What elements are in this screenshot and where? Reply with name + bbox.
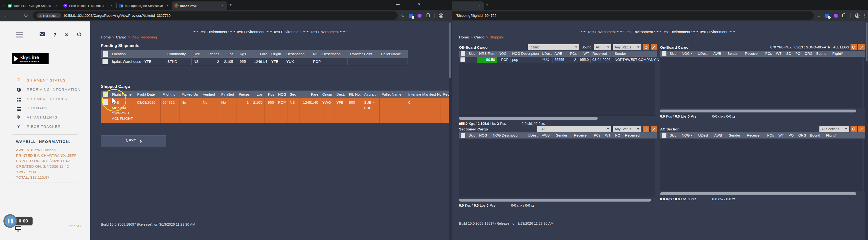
- column-header-po[interactable]: PO: [614, 132, 623, 138]
- table-scrollbar[interactable]: [862, 138, 864, 191]
- extensions-puzzle-icon[interactable]: [842, 14, 846, 17]
- column-header-fare[interactable]: Fare: [248, 50, 269, 58]
- refresh-button[interactable]: [850, 126, 857, 132]
- menu-kebab-icon[interactable]: [447, 14, 448, 18]
- column-header-udest[interactable]: UDest: [526, 132, 540, 138]
- column-header-udest[interactable]: UDest: [696, 51, 712, 57]
- table-scrollbar[interactable]: [862, 57, 864, 108]
- column-header-flight-id[interactable]: Flight Id: [160, 90, 180, 98]
- breadcrumb-home[interactable]: Home: [101, 35, 111, 39]
- section-select[interactable]: --All--: [537, 126, 611, 132]
- column-header-pieces[interactable]: Pieces: [237, 90, 251, 98]
- column-header-po[interactable]: PO: [794, 51, 803, 57]
- column-header-received[interactable]: Received: [591, 51, 613, 57]
- expand-button[interactable]: [651, 44, 657, 50]
- table-row[interactable]: 90:50POPpopYUX555552955.003-04-2026NORTH…: [459, 57, 657, 63]
- column-header-po[interactable]: PO: [787, 132, 797, 138]
- column-header-flight[interactable]: Flight#: [831, 51, 847, 57]
- table-scrollbar[interactable]: [654, 138, 657, 197]
- column-header-received[interactable]: Received: [623, 132, 644, 138]
- sidebar-item-shipment-status[interactable]: ? SHIPMENT STATUS: [0, 76, 90, 85]
- column-header-receiver[interactable]: Receiver: [745, 132, 766, 138]
- expand-button[interactable]: [651, 126, 657, 132]
- column-header-awb[interactable]: AWB: [712, 51, 726, 57]
- close-window-button[interactable]: ×: [418, 2, 420, 6]
- address-bar[interactable]: ⚠ Not secure 10.58.0.102:12023/Cargo/Rec…: [33, 11, 398, 20]
- menu-kebab-icon[interactable]: [864, 14, 865, 18]
- tab-google-sheets[interactable]: Task List - Google Sheets ×: [5, 1, 61, 10]
- column-header-nog[interactable]: NOG: [477, 132, 491, 138]
- table-row[interactable]: YFBMBK900YWG-YFBACL FLIGHT03/09/20266047…: [101, 98, 449, 123]
- reload-icon[interactable]: [23, 13, 29, 19]
- select-all-checkbox[interactable]: [662, 133, 666, 138]
- table-scrollbar[interactable]: [654, 63, 657, 115]
- tab-search-chevron-icon[interactable]: ▾: [2, 3, 4, 7]
- column-header-pallet-name[interactable]: Pallet Name: [379, 50, 408, 58]
- column-header-org[interactable]: ORG: [797, 132, 808, 138]
- expand-button[interactable]: [858, 126, 865, 132]
- page-scrollbar[interactable]: [449, 21, 452, 240]
- column-header-sender[interactable]: Sender: [726, 51, 743, 57]
- column-header-nog[interactable]: NOG ▲: [680, 132, 696, 138]
- extension-icon[interactable]: 2: [409, 14, 413, 18]
- extension-brain-icon[interactable]: [417, 14, 422, 18]
- column-header-pcs[interactable]: PCs: [568, 51, 578, 57]
- not-secure-badge[interactable]: ⚠ Not secure: [36, 13, 61, 18]
- sidebar-item-shipment-details[interactable]: SHIPMENT DETAILS: [0, 94, 90, 103]
- column-header-skid[interactable]: Skid: [467, 51, 477, 57]
- row-checkbox[interactable]: [461, 57, 465, 62]
- horizontal-scrollbar[interactable]: [459, 198, 651, 202]
- column-header-skid[interactable]: Skid: [467, 132, 477, 138]
- column-header-org[interactable]: ORG: [803, 51, 814, 57]
- new-tab-button[interactable]: +: [486, 2, 489, 8]
- column-header-receiver[interactable]: Receiver: [743, 51, 764, 57]
- status-select[interactable]: Any Status: [613, 126, 642, 132]
- column-header-transfer-point[interactable]: Transfer Point: [347, 50, 379, 58]
- bookmark-star-icon[interactable]: ☆: [401, 13, 405, 18]
- column-header-fare[interactable]: Fare: [300, 90, 320, 98]
- column-header-wt[interactable]: WT: [774, 51, 784, 57]
- breadcrumb-home[interactable]: Home: [459, 35, 469, 39]
- column-header-nog-description[interactable]: NOG Description: [510, 51, 540, 57]
- address-bar[interactable]: /Shipping?flightId=604722: [452, 11, 814, 20]
- sidebar-item-summary[interactable]: SUMMARY: [0, 103, 90, 112]
- refresh-button[interactable]: [850, 44, 857, 50]
- column-header-location[interactable]: Location: [110, 50, 165, 58]
- column-header-destination[interactable]: Destination: [284, 50, 311, 58]
- column-header-flight[interactable]: Flight#: [824, 132, 841, 138]
- column-header-wt[interactable]: WT: [578, 51, 591, 57]
- column-header-awb[interactable]: AWB: [540, 132, 554, 138]
- column-header-pcs[interactable]: PCs: [592, 132, 603, 138]
- column-header-pcs[interactable]: PCs: [766, 132, 777, 138]
- sidebar-item-attachments[interactable]: ATTACHMENTS: [0, 112, 90, 122]
- column-header-bound[interactable]: Bound: [808, 132, 824, 138]
- select-all-checkbox[interactable]: [461, 133, 465, 138]
- column-header-receiver[interactable]: Receiver: [572, 132, 592, 138]
- column-header-sender[interactable]: Sender: [613, 51, 659, 57]
- column-header-skid[interactable]: Skid: [668, 132, 680, 138]
- bound-select[interactable]: All: [594, 44, 611, 50]
- extensions-puzzle-icon[interactable]: [426, 14, 430, 17]
- tab-close-icon[interactable]: ×: [220, 3, 225, 8]
- tab-html-editor[interactable]: Free online HTML editor - Wor ×: [61, 1, 116, 10]
- column-header-rec-id[interactable]: Rec. Id: [441, 90, 449, 98]
- horizontal-scrollbar[interactable]: [459, 117, 598, 120]
- tab-awb-active[interactable]: 55555 AWB ×: [172, 1, 227, 10]
- column-header-sender[interactable]: Sender: [727, 132, 745, 138]
- close-icon[interactable]: ✕: [65, 32, 68, 38]
- bookmark-star-icon[interactable]: ☆: [817, 13, 821, 18]
- column-header-flt-no[interactable]: Flt. No.: [347, 90, 362, 98]
- horizontal-scrollbar[interactable]: [660, 109, 856, 112]
- column-header-bound[interactable]: Bound: [814, 51, 831, 57]
- column-header-hrs-rem[interactable]: HRS-Rem ▲: [477, 51, 497, 57]
- column-header-skid[interactable]: Skid: [668, 51, 680, 57]
- column-header-flight-date[interactable]: Flight Date: [135, 90, 160, 98]
- column-header-pieces[interactable]: Pieces: [206, 50, 221, 58]
- horizontal-scrollbar[interactable]: [660, 192, 856, 195]
- power-icon[interactable]: [77, 32, 82, 38]
- tab-manageengine[interactable]: ManageEngine ServiceDesk Pl ×: [117, 1, 172, 10]
- sidebar-item-piece-tracker[interactable]: ? PIECE TRACKER: [0, 122, 90, 131]
- column-header-sec[interactable]: Sec: [288, 90, 300, 98]
- tab-shipping-active[interactable]: ×: [452, 1, 484, 10]
- column-header-nog-description[interactable]: NOG Description: [491, 132, 526, 138]
